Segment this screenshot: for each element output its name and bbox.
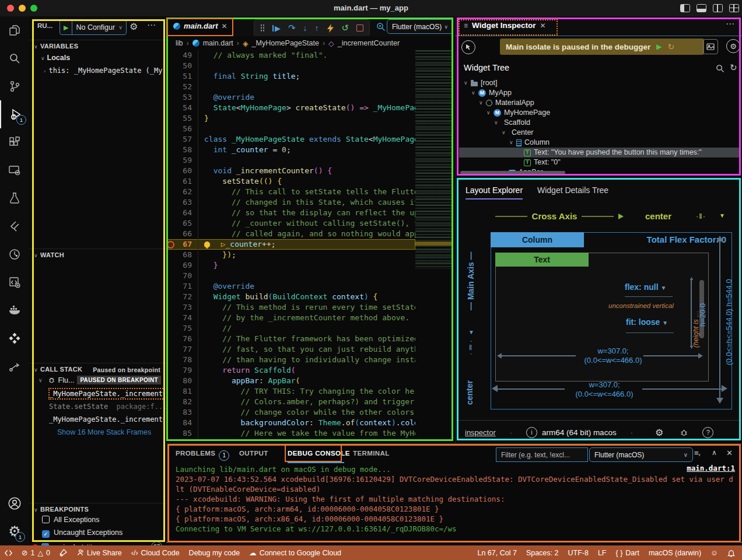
explorer-icon[interactable] [0,16,29,44]
tab-widget-inspector[interactable]: ≡ Widget Inspector ✕ [464,21,545,30]
launch-icon[interactable] [55,549,72,556]
time-circle-icon[interactable] [0,240,29,268]
chevron-down-icon[interactable]: ∨ [471,88,478,98]
continue-icon[interactable]: ▶ [272,24,281,33]
more-actions-icon[interactable]: ⋯ [147,20,156,30]
split-editor-icon[interactable] [713,4,723,12]
breakpoint-all-exceptions[interactable]: All Exceptions [42,516,100,524]
cloud-code-button[interactable]: ‹/› Cloud Code [127,549,184,557]
breakpoint-hit-icon[interactable] [167,241,174,249]
code-line[interactable]: 57class _MyHomePageState extends State<M… [166,134,415,145]
restart-icon[interactable]: ↺ [342,23,349,33]
connect-gcloud-button[interactable]: ☁ Connect to Google Cloud [244,548,346,557]
close-panel-icon[interactable]: ✕ [726,449,733,457]
stack-frame[interactable]: State.setState package:f... [49,402,167,411]
code-line[interactable]: 73 // This method is rerun every time se… [166,302,415,313]
start-debug-icon[interactable]: ▶ [60,20,72,34]
tab-main-dart[interactable]: main.dart ✕ [167,17,233,35]
debug-my-code-button[interactable]: Debug my code [184,549,245,557]
chevron-down-icon[interactable]: ▼ [719,212,725,219]
code-line[interactable]: 55} [166,113,415,124]
tab-problems[interactable]: PROBLEMS1 [176,450,229,461]
breakpoint-uncaught-exceptions[interactable]: ✓Uncaught Exceptions [42,528,123,538]
chevron-down-icon[interactable]: ∨ [502,128,509,138]
code-line[interactable]: 49 // always marked "final". [166,50,415,61]
code-line[interactable]: 78 // than having to individually change… [166,355,415,365]
os-indicator[interactable]: macOS (darwin) [644,549,706,557]
widget-inspector-magnifier-icon[interactable] [376,22,386,32]
chevron-down-icon[interactable]: ∨ [464,78,471,88]
inspector-settings-gear-icon[interactable]: ⚙ [726,39,740,53]
widget-tree-node[interactable]: ∨Scaffold [459,118,739,128]
notifications-bell-icon[interactable] [723,549,742,557]
breadcrumb[interactable]: lib› main.dart› ◈ _MyHomePageState› ◇ _i… [166,36,455,50]
fit-dropdown[interactable]: fit: loose ▼ [626,317,668,327]
launch-config-control[interactable]: ▶ No Configur ∨ [60,20,127,35]
tree-hscrollbar[interactable] [460,171,565,174]
widget-tree-node[interactable]: TText: "You have pushed the button this … [459,148,739,158]
maximize-panel-icon[interactable]: ∧ [712,449,717,457]
cross-axis-align-icon[interactable]: ·‖· [696,212,706,220]
inspect-widget-icon[interactable] [461,40,475,54]
code-line[interactable]: 56 [166,124,415,134]
code-line[interactable]: 75 // [166,323,415,334]
tree-refresh-icon[interactable]: ↻ [730,62,737,73]
cross-axis-alignment-value[interactable]: center [645,211,671,221]
lightbulb-icon[interactable] [204,242,210,247]
chevron-down-icon[interactable]: ∨ [494,118,501,128]
language-mode[interactable]: { }Dart [611,549,643,557]
docker-icon[interactable] [0,296,29,324]
remote-indicator[interactable] [0,550,17,556]
drag-handle-icon[interactable] [260,24,265,32]
code-line[interactable]: 52 [166,82,415,92]
launch-config-select[interactable]: No Configur [72,23,118,32]
devtools-settings-gear-icon[interactable]: ⚙ [655,427,663,438]
checkbox-unchecked[interactable] [42,516,50,523]
hot-restart-icon[interactable]: ↻ [668,42,675,51]
testing-icon[interactable] [0,184,29,212]
step-out-icon[interactable]: ↑ [315,23,319,33]
code-line[interactable]: 83 // change color while the other color… [166,407,415,418]
code-area[interactable]: 49 // always marked "final".5051 final S… [166,50,415,443]
problems-summary[interactable]: ⊘1 △0 [17,548,55,557]
checkbox-checked[interactable]: ✓ [42,530,50,538]
run-and-debug-icon[interactable]: 1 [0,100,30,128]
code-line[interactable]: 72 Widget build(BuildContext context) { [166,292,415,302]
widget-tree-node[interactable]: ∨MaterialApp [459,98,739,108]
main-axis-alignment-value[interactable]: center [465,358,474,405]
code-line[interactable]: 71 @override [166,281,415,292]
code-line[interactable]: 80 appBar: AppBar( [166,376,415,386]
code-line[interactable]: 76 // The Flutter framework has been opt… [166,334,415,344]
code-line[interactable]: 82 // Colors.amber, perhaps?) and trigge… [166,397,415,407]
code-line[interactable]: 54 State<MyHomePage> createState() => _M… [166,103,415,113]
code-line[interactable]: 60 void _incrementCounter() { [166,166,415,176]
inspector-link[interactable]: inspector [465,428,496,437]
chevron-down-icon[interactable]: ∨ [509,138,516,148]
code-line[interactable]: 62 // This call to setState tells the Fl… [166,187,415,197]
account-icon[interactable] [0,489,29,517]
step-into-icon[interactable]: ↓ [303,23,307,33]
code-line-current[interactable]: 67 ▷_counter++; [166,239,415,250]
debug-session-row[interactable]: ∨ Flu... PAUSED ON BREAKPOINT [38,376,161,384]
code-line[interactable]: 63 // changed in this State, which cause… [166,197,415,208]
code-line[interactable]: 64 // so that the display can reflect th… [166,208,415,218]
widget-tree-node[interactable]: ∨MMyHomePage [459,108,739,118]
code-line[interactable]: 79 return Scaffold( [166,365,415,376]
chevron-down-icon[interactable]: ∨ [479,98,486,108]
clear-console-icon[interactable]: ≡ₓ [694,449,701,457]
code-line[interactable]: 68 }); [166,250,415,260]
stop-icon[interactable] [356,24,363,32]
code-line[interactable]: 74 // by the _incrementCounter method ab… [166,313,415,323]
more-actions-icon[interactable]: ⋯ [726,19,734,29]
show-more-frames-link[interactable]: Show 16 More Stack Frames [57,428,151,436]
text-widget-tab[interactable]: Text [495,253,589,267]
chevron-down-icon[interactable]: ∨ [487,108,494,118]
step-over-icon[interactable]: ↷ [288,23,296,33]
widget-tree-node[interactable]: ∨Center [459,128,739,138]
encoding[interactable]: UTF-8 [563,549,593,557]
code-line[interactable]: 65 // _counter without calling setState(… [166,218,415,229]
code-line[interactable]: 84 backgroundColor: Theme.of(context).co… [166,418,415,428]
cloud-code-icon[interactable] [0,268,29,296]
help-icon[interactable]: ? [702,427,713,438]
code-line[interactable]: 59 [166,155,415,166]
